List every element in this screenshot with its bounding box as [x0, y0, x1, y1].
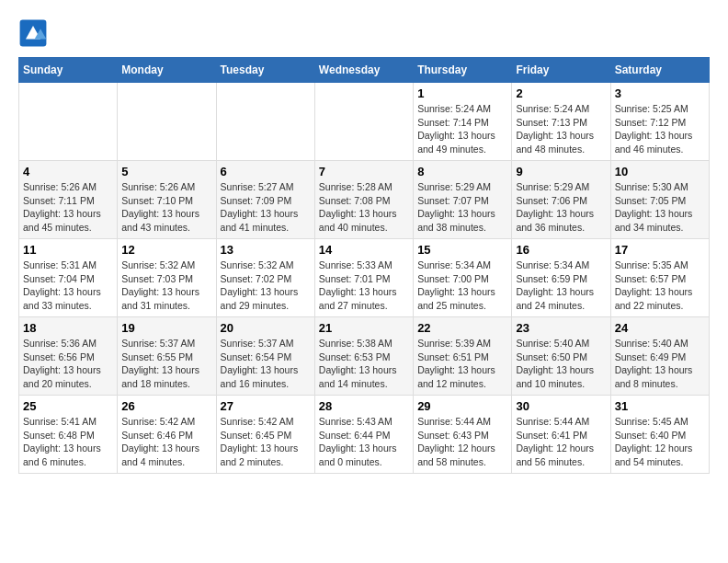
calendar-cell [216, 83, 314, 161]
day-info: Sunrise: 5:33 AM Sunset: 7:01 PM Dayligh… [319, 259, 409, 313]
day-info: Sunrise: 5:30 AM Sunset: 7:05 PM Dayligh… [615, 180, 705, 235]
calendar-cell: 22Sunrise: 5:39 AM Sunset: 6:51 PM Dayli… [414, 317, 512, 396]
day-info: Sunrise: 5:41 AM Sunset: 6:48 PM Dayligh… [23, 415, 113, 469]
calendar-cell: 11Sunrise: 5:31 AM Sunset: 7:04 PM Dayli… [19, 239, 118, 317]
day-info: Sunrise: 5:24 AM Sunset: 7:13 PM Dayligh… [516, 102, 606, 156]
calendar-cell: 4Sunrise: 5:26 AM Sunset: 7:11 PM Daylig… [19, 161, 118, 239]
calendar-cell: 10Sunrise: 5:30 AM Sunset: 7:05 PM Dayli… [610, 161, 709, 239]
calendar-cell: 21Sunrise: 5:38 AM Sunset: 6:53 PM Dayli… [314, 317, 413, 396]
day-info: Sunrise: 5:24 AM Sunset: 7:14 PM Dayligh… [417, 102, 507, 156]
logo-icon [18, 18, 48, 48]
calendar-cell: 20Sunrise: 5:37 AM Sunset: 6:54 PM Dayli… [216, 317, 314, 396]
calendar-cell: 1Sunrise: 5:24 AM Sunset: 7:14 PM Daylig… [414, 83, 512, 161]
day-number: 27 [221, 399, 311, 413]
day-info: Sunrise: 5:29 AM Sunset: 7:07 PM Dayligh… [417, 180, 507, 235]
day-number: 7 [319, 165, 409, 178]
week-row-1: 1Sunrise: 5:24 AM Sunset: 7:14 PM Daylig… [19, 83, 710, 161]
day-info: Sunrise: 5:34 AM Sunset: 7:00 PM Dayligh… [417, 259, 507, 313]
day-info: Sunrise: 5:44 AM Sunset: 6:43 PM Dayligh… [417, 415, 507, 469]
day-number: 1 [417, 86, 507, 100]
day-info: Sunrise: 5:32 AM Sunset: 7:03 PM Dayligh… [121, 259, 211, 313]
day-number: 31 [615, 399, 705, 413]
week-row-3: 11Sunrise: 5:31 AM Sunset: 7:04 PM Dayli… [19, 239, 710, 317]
calendar-cell: 8Sunrise: 5:29 AM Sunset: 7:07 PM Daylig… [414, 161, 512, 239]
day-number: 17 [615, 243, 705, 257]
day-info: Sunrise: 5:27 AM Sunset: 7:09 PM Dayligh… [221, 180, 311, 235]
calendar-cell: 19Sunrise: 5:37 AM Sunset: 6:55 PM Dayli… [118, 317, 216, 396]
day-number: 9 [516, 165, 606, 178]
day-info: Sunrise: 5:40 AM Sunset: 6:50 PM Dayligh… [516, 337, 606, 391]
calendar-cell: 6Sunrise: 5:27 AM Sunset: 7:09 PM Daylig… [216, 161, 314, 239]
day-info: Sunrise: 5:37 AM Sunset: 6:54 PM Dayligh… [221, 337, 311, 391]
day-header-tuesday: Tuesday [216, 58, 314, 83]
day-number: 25 [23, 399, 113, 413]
day-info: Sunrise: 5:35 AM Sunset: 6:57 PM Dayligh… [615, 259, 705, 313]
calendar-cell: 24Sunrise: 5:40 AM Sunset: 6:49 PM Dayli… [610, 317, 709, 396]
page-header [18, 18, 710, 48]
day-number: 18 [23, 321, 113, 335]
day-header-saturday: Saturday [610, 58, 709, 83]
calendar-cell: 16Sunrise: 5:34 AM Sunset: 6:59 PM Dayli… [512, 239, 610, 317]
day-info: Sunrise: 5:28 AM Sunset: 7:08 PM Dayligh… [319, 180, 409, 235]
day-header-friday: Friday [512, 58, 610, 83]
week-row-5: 25Sunrise: 5:41 AM Sunset: 6:48 PM Dayli… [19, 396, 710, 474]
day-info: Sunrise: 5:43 AM Sunset: 6:44 PM Dayligh… [319, 415, 409, 469]
calendar-cell: 23Sunrise: 5:40 AM Sunset: 6:50 PM Dayli… [512, 317, 610, 396]
calendar-cell: 31Sunrise: 5:45 AM Sunset: 6:40 PM Dayli… [610, 396, 709, 474]
day-info: Sunrise: 5:31 AM Sunset: 7:04 PM Dayligh… [23, 259, 113, 313]
day-info: Sunrise: 5:34 AM Sunset: 6:59 PM Dayligh… [516, 259, 606, 313]
calendar-cell: 2Sunrise: 5:24 AM Sunset: 7:13 PM Daylig… [512, 83, 610, 161]
day-info: Sunrise: 5:26 AM Sunset: 7:10 PM Dayligh… [121, 180, 211, 235]
week-row-4: 18Sunrise: 5:36 AM Sunset: 6:56 PM Dayli… [19, 317, 710, 396]
day-info: Sunrise: 5:29 AM Sunset: 7:06 PM Dayligh… [516, 180, 606, 235]
day-number: 22 [417, 321, 507, 335]
calendar-cell: 5Sunrise: 5:26 AM Sunset: 7:10 PM Daylig… [118, 161, 216, 239]
calendar-cell: 14Sunrise: 5:33 AM Sunset: 7:01 PM Dayli… [314, 239, 413, 317]
days-header-row: SundayMondayTuesdayWednesdayThursdayFrid… [19, 58, 710, 83]
day-header-thursday: Thursday [414, 58, 512, 83]
day-info: Sunrise: 5:42 AM Sunset: 6:45 PM Dayligh… [221, 415, 311, 469]
calendar-cell: 25Sunrise: 5:41 AM Sunset: 6:48 PM Dayli… [19, 396, 118, 474]
day-number: 19 [121, 321, 211, 335]
logo [18, 18, 51, 48]
calendar-cell: 3Sunrise: 5:25 AM Sunset: 7:12 PM Daylig… [610, 83, 709, 161]
day-info: Sunrise: 5:26 AM Sunset: 7:11 PM Dayligh… [23, 180, 113, 235]
calendar-cell: 13Sunrise: 5:32 AM Sunset: 7:02 PM Dayli… [216, 239, 314, 317]
calendar-cell: 30Sunrise: 5:44 AM Sunset: 6:41 PM Dayli… [512, 396, 610, 474]
day-info: Sunrise: 5:36 AM Sunset: 6:56 PM Dayligh… [23, 337, 113, 391]
day-header-sunday: Sunday [19, 58, 118, 83]
day-number: 5 [121, 165, 211, 178]
calendar-cell: 28Sunrise: 5:43 AM Sunset: 6:44 PM Dayli… [314, 396, 413, 474]
day-number: 30 [516, 399, 606, 413]
calendar-cell: 17Sunrise: 5:35 AM Sunset: 6:57 PM Dayli… [610, 239, 709, 317]
calendar-cell: 18Sunrise: 5:36 AM Sunset: 6:56 PM Dayli… [19, 317, 118, 396]
day-number: 2 [516, 86, 606, 100]
day-info: Sunrise: 5:42 AM Sunset: 6:46 PM Dayligh… [121, 415, 211, 469]
week-row-2: 4Sunrise: 5:26 AM Sunset: 7:11 PM Daylig… [19, 161, 710, 239]
calendar-cell: 15Sunrise: 5:34 AM Sunset: 7:00 PM Dayli… [414, 239, 512, 317]
day-number: 10 [615, 165, 705, 178]
day-number: 15 [417, 243, 507, 257]
day-number: 23 [516, 321, 606, 335]
day-number: 14 [319, 243, 409, 257]
calendar-table: SundayMondayTuesdayWednesdayThursdayFrid… [18, 57, 710, 474]
calendar-cell: 26Sunrise: 5:42 AM Sunset: 6:46 PM Dayli… [118, 396, 216, 474]
calendar-cell [314, 83, 413, 161]
day-number: 24 [615, 321, 705, 335]
calendar-cell: 7Sunrise: 5:28 AM Sunset: 7:08 PM Daylig… [314, 161, 413, 239]
day-number: 12 [121, 243, 211, 257]
day-number: 28 [319, 399, 409, 413]
day-info: Sunrise: 5:32 AM Sunset: 7:02 PM Dayligh… [221, 259, 311, 313]
calendar-cell: 12Sunrise: 5:32 AM Sunset: 7:03 PM Dayli… [118, 239, 216, 317]
day-number: 20 [221, 321, 311, 335]
calendar-cell [118, 83, 216, 161]
calendar-cell: 29Sunrise: 5:44 AM Sunset: 6:43 PM Dayli… [414, 396, 512, 474]
day-info: Sunrise: 5:38 AM Sunset: 6:53 PM Dayligh… [319, 337, 409, 391]
day-number: 6 [221, 165, 311, 178]
day-header-wednesday: Wednesday [314, 58, 413, 83]
day-number: 16 [516, 243, 606, 257]
day-info: Sunrise: 5:45 AM Sunset: 6:40 PM Dayligh… [615, 415, 705, 469]
day-info: Sunrise: 5:39 AM Sunset: 6:51 PM Dayligh… [417, 337, 507, 391]
day-number: 13 [221, 243, 311, 257]
day-number: 11 [23, 243, 113, 257]
